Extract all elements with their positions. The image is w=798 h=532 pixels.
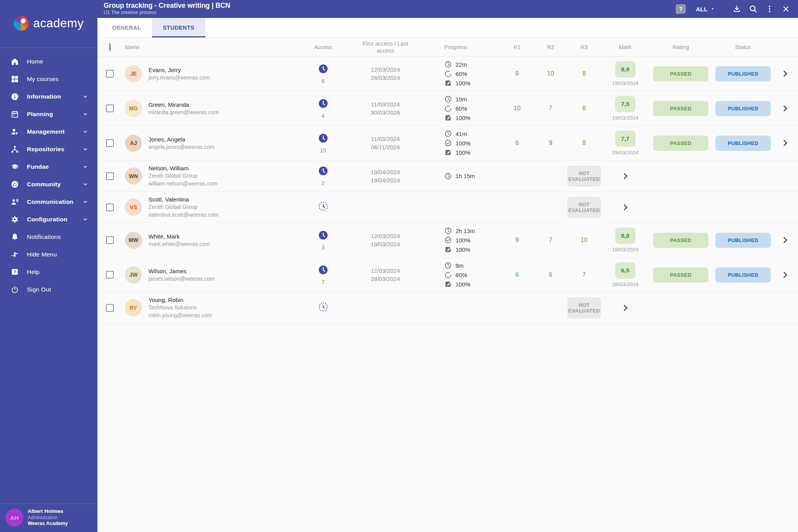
student-avatar: JE [125, 65, 142, 83]
power-icon [10, 285, 19, 294]
tab-students[interactable]: STUDENTS [152, 18, 205, 37]
row-detail-button[interactable] [774, 66, 796, 81]
mark-badge: 8,9 [615, 61, 636, 78]
mark-badge: 7,7 [615, 131, 636, 147]
row-checkbox[interactable] [106, 139, 114, 147]
access-clock-icon [318, 230, 328, 242]
row-detail-button[interactable] [601, 300, 650, 315]
student-name: White, Mark [148, 233, 210, 240]
progress-cell [422, 305, 500, 311]
sidebar-item-fundae[interactable]: Fundae [0, 158, 97, 175]
row-detail-button[interactable] [601, 169, 650, 184]
sidebar-item-hide-menu[interactable]: Hide Menu [0, 246, 97, 263]
r1-score: 6 [500, 268, 534, 281]
chevron-right-icon [621, 304, 630, 312]
progress-edit-line: 100% [444, 79, 470, 87]
r3-score: 8 [567, 136, 601, 150]
table-row[interactable]: JW Wilson, James james.wilson@weeras.com… [97, 258, 798, 292]
sidebar-item-help[interactable]: ?Help [0, 263, 97, 281]
row-checkbox[interactable] [106, 172, 114, 180]
mark-date: 19/03/2024 [612, 115, 639, 121]
row-checkbox[interactable] [106, 104, 114, 112]
sidebar-item-configuration[interactable]: Configuration [0, 210, 97, 228]
r3-score: 7 [567, 268, 601, 281]
rating-badge: PASSED [653, 267, 708, 283]
download-button[interactable] [729, 1, 745, 17]
r2-score: 7 [534, 233, 567, 247]
r2-score: 10 [534, 67, 567, 80]
sidebar-item-label: Hide Menu [27, 251, 57, 258]
last-access-date: 28/03/2024 [371, 275, 400, 283]
tab-general[interactable]: GENERAL [101, 18, 152, 37]
sidebar-item-notifications[interactable]: Notifications [0, 228, 97, 246]
sidebar-item-sign-out[interactable]: Sign Out [0, 281, 97, 298]
filter-dropdown[interactable]: ALL [696, 6, 715, 12]
row-detail-button[interactable] [774, 267, 796, 282]
community-icon [10, 180, 19, 189]
more-menu-button[interactable] [761, 1, 778, 17]
select-all-checkbox[interactable] [109, 43, 111, 51]
progress-cell: 22m60%100% [422, 57, 500, 91]
student-name: Wilson, James [148, 267, 215, 275]
sidebar-item-community[interactable]: Community [0, 175, 97, 193]
access-clock-icon [318, 166, 328, 178]
progress-check-line: 100% [444, 139, 470, 147]
table-row[interactable]: RY Young, Robin TechNova Solutions robin… [97, 292, 798, 323]
filter-label: ALL [696, 6, 708, 12]
student-company: Zenith Global Group [148, 172, 217, 180]
access-clock-icon [318, 133, 328, 145]
r1-score: 9 [500, 67, 534, 80]
table-row[interactable]: WN Nelson, William Zenith Global Group w… [97, 161, 798, 192]
home-icon [10, 57, 19, 66]
col-r1: R1 [500, 44, 534, 51]
last-access-date: 19/04/2024 [371, 176, 400, 184]
student-avatar: MW [125, 232, 142, 249]
sidebar-item-planning[interactable]: Planning [0, 105, 97, 123]
access-clock-icon [318, 302, 328, 314]
sidebar-item-home[interactable]: Home [0, 53, 97, 70]
progress-arc-line: 60% [444, 70, 467, 78]
sidebar-item-label: Configuration [27, 216, 67, 223]
student-email: jerry.evans@weeras.com [148, 74, 210, 81]
sidebar-item-label: Planning [27, 111, 53, 118]
chevron-down-icon [83, 182, 88, 187]
table-row[interactable]: JE Evans, Jerry jerry.evans@weeras.com 6… [97, 57, 798, 91]
progress-check-line: 100% [444, 236, 470, 244]
student-company: Zenith Global Group [148, 203, 218, 211]
row-detail-button[interactable] [774, 136, 796, 150]
rating-badge: PASSED [653, 136, 708, 151]
user-gear-icon [10, 127, 19, 136]
student-name: Nelson, William [148, 164, 217, 172]
user-profile[interactable]: AH Albert Holmes Administration Weeras A… [0, 504, 97, 532]
table-row[interactable]: MG Green, Miranda miranda.green@weeras.c… [97, 91, 798, 126]
row-checkbox[interactable] [106, 236, 114, 244]
sidebar-item-communication[interactable]: Communication [0, 193, 97, 210]
help-bubble-icon[interactable]: ? [676, 4, 686, 14]
close-icon [782, 5, 790, 13]
close-button[interactable] [778, 1, 794, 17]
row-detail-button[interactable] [601, 200, 650, 215]
last-access-date: 06/11/2024 [371, 143, 400, 151]
sidebar-item-management[interactable]: Management [0, 123, 97, 140]
search-button[interactable] [745, 1, 761, 17]
r1-score: 9 [500, 233, 534, 247]
arrows-left-icon [10, 250, 19, 259]
svg-text:?: ? [14, 269, 16, 274]
row-detail-button[interactable] [774, 101, 796, 116]
access-clock-icon [318, 201, 328, 213]
table-row[interactable]: VS Scott, Valentina Zenith Global Group … [97, 192, 798, 223]
sidebar-item-repositories[interactable]: Repositories [0, 140, 97, 158]
sidebar-item-my-courses[interactable]: My courses [0, 70, 97, 88]
row-checkbox[interactable] [106, 203, 114, 211]
table-row[interactable]: MW White, Mark mark.white@weeras.com 3 1… [97, 223, 798, 258]
row-checkbox[interactable] [106, 271, 114, 279]
row-checkbox[interactable] [106, 304, 114, 312]
chevron-down-icon [83, 129, 88, 134]
row-checkbox[interactable] [106, 70, 114, 78]
search-icon [749, 4, 758, 14]
sidebar-item-information[interactable]: Information [0, 88, 97, 105]
row-detail-button[interactable] [774, 233, 796, 247]
status-badge: NOT EVALUATED [567, 166, 601, 187]
table-row[interactable]: AJ Jones, Angela angela.jones@weeras.com… [97, 126, 798, 161]
chevron-right-icon [781, 236, 789, 244]
